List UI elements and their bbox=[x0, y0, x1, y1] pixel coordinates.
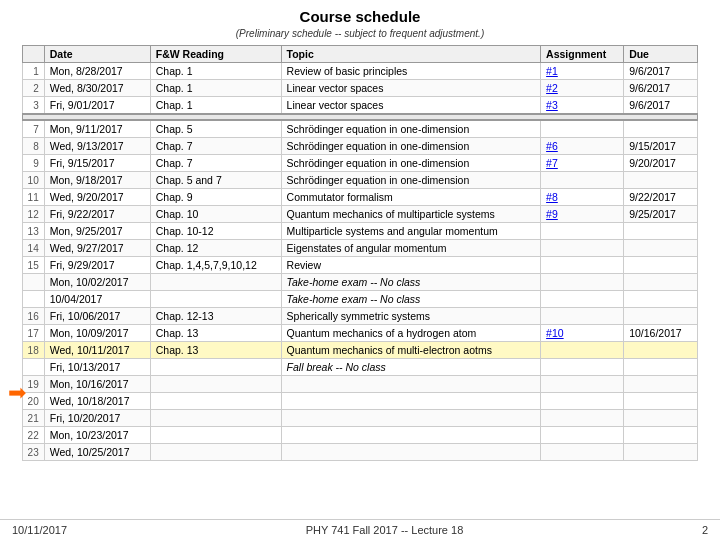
footer-left: 10/11/2017 bbox=[12, 524, 67, 536]
table-row: 10Mon, 9/18/2017Chap. 5 and 7Schrödinger… bbox=[22, 172, 698, 189]
cell-reading bbox=[150, 444, 281, 461]
cell-assignment[interactable]: #1 bbox=[541, 63, 624, 80]
cell-date: Mon, 9/11/2017 bbox=[44, 120, 150, 138]
cell-assignment bbox=[541, 359, 624, 376]
cell-num: 14 bbox=[22, 240, 44, 257]
cell-due bbox=[624, 291, 698, 308]
cell-due: 10/16/2017 bbox=[624, 325, 698, 342]
cell-date: Mon, 9/18/2017 bbox=[44, 172, 150, 189]
cell-due bbox=[624, 410, 698, 427]
cell-due: 9/6/2017 bbox=[624, 97, 698, 115]
cell-due: 9/20/2017 bbox=[624, 155, 698, 172]
cell-reading bbox=[150, 274, 281, 291]
cell-date: Wed, 8/30/2017 bbox=[44, 80, 150, 97]
cell-due: 9/25/2017 bbox=[624, 206, 698, 223]
cell-assignment[interactable]: #10 bbox=[541, 325, 624, 342]
cell-num: 7 bbox=[22, 120, 44, 138]
cell-due: 9/15/2017 bbox=[624, 138, 698, 155]
cell-reading: Chap. 1 bbox=[150, 80, 281, 97]
cell-reading: Chap. 10-12 bbox=[150, 223, 281, 240]
cell-num: 8 bbox=[22, 138, 44, 155]
table-row: 23Wed, 10/25/2017 bbox=[22, 444, 698, 461]
table-row: 12Fri, 9/22/2017Chap. 10Quantum mechanic… bbox=[22, 206, 698, 223]
cell-topic: Eigenstates of angular momentum bbox=[281, 240, 541, 257]
table-row: 16Fri, 10/06/2017Chap. 12-13Spherically … bbox=[22, 308, 698, 325]
cell-topic: Take-home exam -- No class bbox=[281, 291, 541, 308]
table-row: 1Mon, 8/28/2017Chap. 1Review of basic pr… bbox=[22, 63, 698, 80]
cell-date: Mon, 8/28/2017 bbox=[44, 63, 150, 80]
cell-reading: Chap. 5 and 7 bbox=[150, 172, 281, 189]
cell-date: Wed, 10/11/2017 bbox=[44, 342, 150, 359]
arrow-container: ➡ bbox=[8, 380, 26, 406]
cell-topic: Take-home exam -- No class bbox=[281, 274, 541, 291]
cell-topic: Multiparticle systems and angular moment… bbox=[281, 223, 541, 240]
cell-due bbox=[624, 376, 698, 393]
table-row: 11Wed, 9/20/2017Chap. 9Commutator formal… bbox=[22, 189, 698, 206]
cell-reading: Chap. 7 bbox=[150, 155, 281, 172]
table-row: 13Mon, 9/25/2017Chap. 10-12Multiparticle… bbox=[22, 223, 698, 240]
cell-assignment bbox=[541, 291, 624, 308]
cell-assignment bbox=[541, 410, 624, 427]
cell-assignment[interactable]: #7 bbox=[541, 155, 624, 172]
cell-num: 18 bbox=[22, 342, 44, 359]
header-num bbox=[22, 46, 44, 63]
cell-topic bbox=[281, 410, 541, 427]
cell-reading: Chap. 9 bbox=[150, 189, 281, 206]
table-row: 8Wed, 9/13/2017Chap. 7Schrödinger equati… bbox=[22, 138, 698, 155]
cell-due bbox=[624, 274, 698, 291]
cell-assignment bbox=[541, 308, 624, 325]
cell-num: 11 bbox=[22, 189, 44, 206]
cell-due bbox=[624, 427, 698, 444]
cell-num: 2 bbox=[22, 80, 44, 97]
subtitle: (Preliminary schedule -- subject to freq… bbox=[0, 28, 720, 39]
cell-assignment bbox=[541, 342, 624, 359]
cell-topic: Schrödinger equation in one-dimension bbox=[281, 155, 541, 172]
cell-date: Fri, 9/01/2017 bbox=[44, 97, 150, 115]
cell-num bbox=[22, 291, 44, 308]
cell-reading: Chap. 5 bbox=[150, 120, 281, 138]
cell-assignment[interactable]: #3 bbox=[541, 97, 624, 115]
cell-due bbox=[624, 240, 698, 257]
cell-reading: Chap. 1,4,5,7,9,10,12 bbox=[150, 257, 281, 274]
cell-date: Wed, 10/25/2017 bbox=[44, 444, 150, 461]
cell-date: Fri, 9/29/2017 bbox=[44, 257, 150, 274]
cell-topic: Quantum mechanics of multi-electron aotm… bbox=[281, 342, 541, 359]
table-row: 14Wed, 9/27/2017Chap. 12Eigenstates of a… bbox=[22, 240, 698, 257]
cell-due bbox=[624, 342, 698, 359]
cell-due bbox=[624, 257, 698, 274]
cell-date: Fri, 10/20/2017 bbox=[44, 410, 150, 427]
cell-reading: Chap. 7 bbox=[150, 138, 281, 155]
cell-due bbox=[624, 308, 698, 325]
cell-topic bbox=[281, 444, 541, 461]
table-row: 18Wed, 10/11/2017Chap. 13Quantum mechani… bbox=[22, 342, 698, 359]
cell-reading: Chap. 12-13 bbox=[150, 308, 281, 325]
cell-assignment bbox=[541, 274, 624, 291]
cell-num: 9 bbox=[22, 155, 44, 172]
cell-date: Mon, 10/16/2017 bbox=[44, 376, 150, 393]
table-row: 2Wed, 8/30/2017Chap. 1Linear vector spac… bbox=[22, 80, 698, 97]
cell-assignment[interactable]: #2 bbox=[541, 80, 624, 97]
cell-assignment[interactable]: #8 bbox=[541, 189, 624, 206]
cell-assignment[interactable]: #6 bbox=[541, 138, 624, 155]
cell-assignment bbox=[541, 376, 624, 393]
page-title: Course schedule bbox=[0, 0, 720, 28]
table-row: 19Mon, 10/16/2017 bbox=[22, 376, 698, 393]
cell-date: Mon, 10/02/2017 bbox=[44, 274, 150, 291]
cell-num: 21 bbox=[22, 410, 44, 427]
cell-reading bbox=[150, 376, 281, 393]
cell-date: Mon, 10/09/2017 bbox=[44, 325, 150, 342]
table-row: 10/04/2017Take-home exam -- No class bbox=[22, 291, 698, 308]
cell-reading: Chap. 13 bbox=[150, 325, 281, 342]
header-assignment: Assignment bbox=[541, 46, 624, 63]
cell-num: 10 bbox=[22, 172, 44, 189]
cell-assignment[interactable]: #9 bbox=[541, 206, 624, 223]
cell-num bbox=[22, 274, 44, 291]
cell-topic: Linear vector spaces bbox=[281, 80, 541, 97]
cell-topic: Review bbox=[281, 257, 541, 274]
cell-due bbox=[624, 172, 698, 189]
cell-assignment bbox=[541, 393, 624, 410]
cell-topic: Review of basic principles bbox=[281, 63, 541, 80]
cell-due: 9/22/2017 bbox=[624, 189, 698, 206]
footer: 10/11/2017 PHY 741 Fall 2017 -- Lecture … bbox=[0, 519, 720, 536]
cell-date: Wed, 9/13/2017 bbox=[44, 138, 150, 155]
